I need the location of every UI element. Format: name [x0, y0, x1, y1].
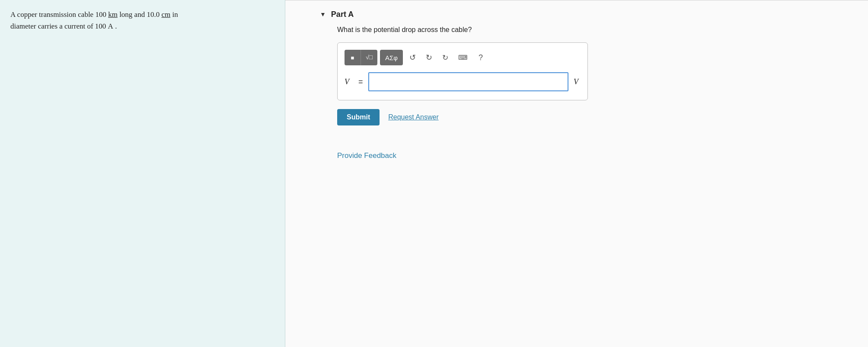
- part-title: Part A: [331, 10, 354, 19]
- template-button-group: ■ √□: [345, 50, 377, 65]
- sqrt-icon: √□: [366, 54, 373, 61]
- part-content: What is the potential drop across the ca…: [285, 26, 868, 143]
- request-answer-link[interactable]: Request Answer: [388, 113, 439, 121]
- provide-feedback-link[interactable]: Provide Feedback: [337, 151, 396, 160]
- right-panel: ▼ Part A What is the potential drop acro…: [285, 0, 868, 347]
- unit-ampere: A: [108, 22, 113, 30]
- redo-btn[interactable]: ↺: [422, 51, 436, 64]
- template-icon-btn[interactable]: ■: [345, 50, 361, 65]
- unit-km: km: [108, 10, 118, 19]
- problem-statement: A copper transmission cable 100 km long …: [10, 9, 274, 32]
- sqrt-template-btn[interactable]: √□: [361, 50, 377, 65]
- submit-button[interactable]: Submit: [337, 109, 380, 125]
- variable-label: V: [345, 77, 353, 87]
- part-header: ▼ Part A: [285, 0, 868, 26]
- greek-label: ΑΣφ: [385, 54, 398, 61]
- actions-row: Submit Request Answer: [337, 109, 833, 125]
- collapse-icon[interactable]: ▼: [320, 11, 326, 18]
- unit-label: V: [574, 77, 581, 87]
- answer-box: ■ √□ ΑΣφ ↺ ↺: [337, 42, 588, 100]
- answer-input[interactable]: [368, 72, 568, 91]
- help-btn[interactable]: ?: [474, 51, 488, 64]
- provide-feedback-section: Provide Feedback: [285, 143, 868, 160]
- equals-sign: =: [358, 77, 363, 87]
- math-toolbar: ■ √□ ΑΣφ ↺ ↺: [345, 50, 581, 65]
- redo-icon: ↺: [426, 53, 432, 62]
- undo-icon: ↺: [409, 53, 416, 62]
- square-icon: ■: [351, 55, 354, 61]
- input-row: V = V: [345, 72, 581, 91]
- unit-cm: cm: [161, 10, 170, 19]
- reset-btn[interactable]: ↻: [438, 51, 452, 64]
- keyboard-btn[interactable]: ⌨: [455, 51, 471, 64]
- help-icon: ?: [479, 53, 483, 62]
- keyboard-icon: ⌨: [458, 54, 468, 61]
- reset-icon: ↻: [442, 53, 448, 62]
- undo-btn[interactable]: ↺: [405, 51, 419, 64]
- left-panel: A copper transmission cable 100 km long …: [0, 0, 285, 347]
- question-text: What is the potential drop across the ca…: [337, 26, 833, 34]
- greek-symbol-btn[interactable]: ΑΣφ: [380, 50, 403, 65]
